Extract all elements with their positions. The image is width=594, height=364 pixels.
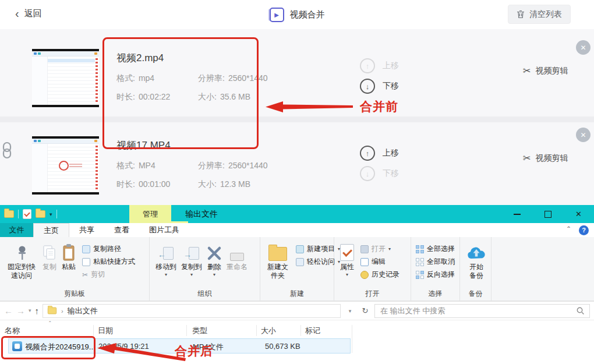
format-label: 格式: [116, 73, 135, 84]
file-type: MP4文件 [193, 342, 224, 352]
breadcrumb[interactable]: › 输出文件 [43, 304, 341, 318]
move-up-label: 上移 [383, 148, 399, 158]
dropdown-icon: ▾ [213, 273, 215, 277]
history-button[interactable]: 历史记录 [360, 270, 399, 280]
select-all-button[interactable]: 全部选择 [416, 244, 455, 254]
open-button[interactable]: 打开 ▾ [360, 244, 399, 254]
move-down-button[interactable]: ↓ 下移 [360, 79, 399, 94]
select-none-button[interactable]: 全部取消 [416, 257, 455, 267]
invert-selection-button[interactable]: 反向选择 [416, 270, 455, 280]
open-label: 打开 [372, 244, 386, 254]
remove-item-icon[interactable]: ✕ [576, 128, 591, 142]
file-date: 2024/5/9 19:21 [98, 342, 149, 351]
tab-view[interactable]: 查看 [104, 223, 139, 237]
file-name: 视频合并20245919... [25, 342, 100, 352]
video-clip-button[interactable]: ✂ 视频剪辑 [523, 153, 568, 164]
address-bar: ← → ▾ ↑ › 输出文件 ▾ ↻ 在 输出文件 中搜索 [0, 301, 594, 320]
rename-icon [230, 241, 244, 261]
column-header-size[interactable]: 大小 [261, 326, 276, 336]
rename-button[interactable]: 重命名 [224, 240, 250, 273]
maximize-button[interactable] [532, 205, 563, 223]
refresh-icon[interactable]: ↻ [359, 306, 371, 315]
new-folder-label: 新建文件夹 [266, 263, 289, 280]
new-group-label: 新建 [260, 289, 334, 299]
format-value: mp4 [139, 73, 154, 84]
duration-value: 00:02:22 [139, 92, 171, 103]
folder-icon[interactable] [36, 210, 45, 218]
video-merge-icon: ▶ [270, 8, 284, 22]
move-to-button[interactable]: ← 移动到 ▾ [153, 240, 179, 278]
delete-button[interactable]: 删除 ▾ [204, 240, 224, 278]
easy-access-icon [296, 258, 304, 266]
edit-button[interactable]: 编辑 [360, 257, 399, 267]
easy-access-button[interactable]: 轻松访问 ▾ [296, 257, 340, 267]
properties-icon [340, 241, 354, 261]
history-label: 历史记录 [372, 270, 399, 280]
column-header-tags[interactable]: 标记 [305, 326, 320, 336]
cut-button[interactable]: ✂ 剪切 [82, 270, 135, 280]
search-input[interactable]: 在 输出文件 中搜索 [374, 304, 590, 318]
remove-item-icon[interactable]: ✕ [576, 40, 591, 55]
scissors-icon: ✂ [523, 154, 531, 163]
move-to-icon: ← [158, 241, 174, 261]
column-header-name[interactable]: 名称 [5, 326, 20, 336]
start-backup-button[interactable]: 开始备份 [464, 240, 489, 281]
ribbon-group-open: 属性 ▾ 打开 ▾ 编辑 历史记录 [334, 237, 411, 301]
reorder-controls-1: ↑ 上移 ↓ 下移 [360, 58, 399, 99]
tab-home[interactable]: 主页 [33, 223, 69, 237]
tab-picture-tools[interactable]: 图片工具 [139, 223, 189, 237]
copy-to-button[interactable]: → 复制到 ▾ [179, 240, 204, 278]
nav-back-icon[interactable]: ← [4, 306, 13, 315]
rename-label: 重命名 [227, 263, 248, 271]
search-placeholder: 在 输出文件 中搜索 [380, 306, 572, 316]
column-header-type[interactable]: 类型 [192, 326, 207, 336]
down-arrow-icon: ↓ [360, 79, 375, 94]
up-arrow-icon: ↑ [360, 146, 375, 161]
select-none-icon [416, 258, 424, 266]
column-header-date[interactable]: 日期 [98, 326, 113, 336]
file-row-selected[interactable]: 视频合并20245919... 2024/5/9 19:21 MP4文件 50,… [8, 338, 351, 354]
clear-list-label: 清空列表 [529, 9, 562, 20]
new-folder-icon [268, 241, 287, 261]
properties-check-icon[interactable] [23, 209, 31, 219]
paste-shortcut-button[interactable]: 粘贴快捷方式 [82, 257, 135, 267]
open-group-label: 打开 [334, 289, 411, 299]
new-item-icon [296, 245, 304, 253]
copy-button[interactable]: 复制 [40, 240, 59, 273]
tab-file[interactable]: 文件 [0, 223, 33, 237]
tab-share[interactable]: 共享 [69, 223, 104, 237]
new-folder-button[interactable]: 新建文件夹 [264, 240, 292, 281]
close-window-button[interactable]: ✕ [563, 205, 594, 223]
move-down-button[interactable]: ↓ 下移 [360, 166, 399, 181]
help-icon[interactable]: ? [579, 225, 589, 235]
manage-contextual-tab[interactable]: 管理 [129, 205, 171, 223]
address-dropdown-icon[interactable]: ▾ [344, 308, 356, 314]
folder-icon[interactable] [4, 210, 14, 218]
move-up-label: 上移 [383, 61, 399, 71]
nav-history-dropdown-icon[interactable]: ▾ [29, 308, 31, 313]
clear-list-button[interactable]: 清空列表 [508, 5, 571, 24]
move-down-label: 下移 [383, 81, 399, 91]
qat-dropdown-icon[interactable]: ▾ [50, 211, 52, 217]
nav-forward-icon[interactable]: → [16, 306, 25, 315]
size-label: 大小: [198, 179, 217, 190]
trash-icon [517, 10, 525, 19]
minimize-button[interactable] [501, 205, 532, 223]
properties-button[interactable]: 属性 ▾ [338, 240, 356, 278]
ribbon-group-select: 全部选择 全部取消 反向选择 选择 [411, 237, 460, 301]
duration-label: 时长: [116, 92, 135, 103]
collapse-ribbon-icon[interactable]: ˆ [567, 225, 570, 235]
pin-to-quick-access-button[interactable]: 固定到快速访问 [3, 240, 40, 281]
clipboard-group-label: 剪贴板 [0, 289, 149, 299]
nav-up-icon[interactable]: ↑ [35, 306, 40, 315]
move-up-button[interactable]: ↑ 上移 [360, 146, 399, 161]
ribbon-empty-space [492, 237, 594, 301]
cut-label: 剪切 [91, 270, 105, 280]
paste-button[interactable]: 粘贴 [59, 240, 78, 273]
new-item-button[interactable]: 新建项目 ▾ [296, 244, 340, 254]
ribbon-corner-controls: ˆ ? [567, 223, 589, 237]
video-clip-button[interactable]: ✂ 视频剪辑 [523, 66, 568, 76]
dropdown-icon: ▾ [388, 246, 391, 252]
copy-path-button[interactable]: 复制路径 [82, 244, 135, 254]
move-up-button[interactable]: ↑ 上移 [360, 58, 399, 73]
